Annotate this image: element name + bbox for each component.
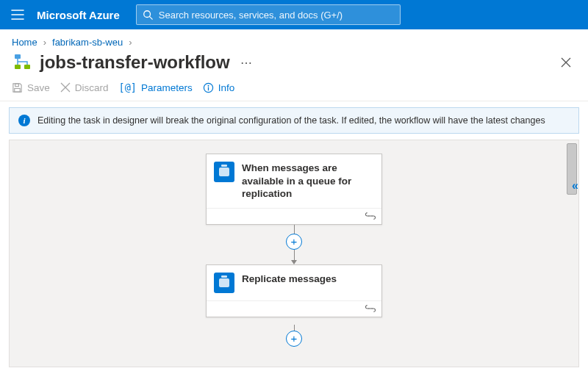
save-icon: [12, 82, 23, 93]
breadcrumb-home[interactable]: Home: [12, 37, 37, 48]
parameters-icon: [@]: [119, 82, 137, 93]
designer-toolbar: Save Discard [@] Parameters Info: [0, 79, 588, 101]
add-step-button[interactable]: +: [286, 331, 302, 347]
close-icon: [561, 57, 571, 68]
banner-message: Editing the task in designer will break …: [37, 115, 545, 126]
link-icon: [365, 305, 376, 312]
svg-rect-3: [24, 65, 30, 69]
info-banner: i Editing the task in designer will brea…: [9, 107, 579, 134]
workflow-trigger-card[interactable]: When messages are available in a queue f…: [206, 154, 382, 225]
chevron-right-icon: ›: [129, 37, 132, 48]
collapse-panel-button[interactable]: «: [569, 176, 578, 195]
card-footer: [207, 300, 381, 317]
service-bus-icon: [214, 162, 234, 182]
chevron-right-icon: ›: [43, 37, 46, 48]
action-title: Replicate messages: [242, 273, 337, 286]
hamburger-menu-button[interactable]: [0, 0, 35, 29]
connector-trailing: +: [286, 325, 302, 347]
page-header: jobs-transfer-workflow ⋯: [0, 48, 588, 79]
link-icon: [365, 212, 376, 220]
info-icon: [203, 82, 214, 93]
page-title: jobs-transfer-workflow: [40, 52, 230, 73]
canvas-inner: When messages are available in a queue f…: [10, 140, 578, 367]
info-label: Info: [218, 82, 235, 93]
svg-rect-1: [15, 54, 21, 59]
more-actions-button[interactable]: ⋯: [240, 56, 253, 70]
info-badge-icon: i: [18, 115, 30, 126]
svg-rect-5: [15, 88, 21, 92]
designer-canvas[interactable]: When messages are available in a queue f…: [9, 140, 579, 367]
vertical-scrollbar[interactable]: [567, 142, 577, 365]
discard-button[interactable]: Discard: [60, 82, 109, 93]
menu-icon: [11, 10, 24, 20]
discard-icon: [60, 82, 71, 93]
discard-label: Discard: [75, 82, 109, 93]
add-step-button[interactable]: +: [286, 234, 302, 250]
svg-rect-8: [208, 87, 209, 90]
save-button[interactable]: Save: [12, 82, 50, 93]
breadcrumb: Home › fabrikam-sb-weu ›: [0, 29, 588, 48]
global-search[interactable]: [136, 4, 401, 25]
breadcrumb-resource[interactable]: fabrikam-sb-weu: [52, 37, 123, 48]
global-search-input[interactable]: [153, 10, 394, 21]
logic-app-icon: [12, 52, 32, 73]
search-icon: [143, 10, 153, 20]
azure-top-bar: Microsoft Azure: [0, 0, 588, 29]
svg-point-7: [207, 84, 209, 86]
save-label: Save: [27, 82, 50, 93]
brand-label: Microsoft Azure: [35, 9, 130, 21]
info-button[interactable]: Info: [203, 82, 235, 93]
parameters-button[interactable]: [@] Parameters: [119, 82, 193, 93]
svg-rect-2: [15, 65, 21, 69]
card-footer: [207, 208, 381, 224]
connector: +: [286, 225, 302, 264]
svg-rect-4: [15, 83, 19, 86]
parameters-label: Parameters: [141, 82, 193, 93]
service-bus-icon: [214, 273, 234, 293]
close-blade-button[interactable]: [556, 52, 576, 73]
workflow-action-card[interactable]: Replicate messages: [206, 264, 382, 317]
trigger-title: When messages are available in a queue f…: [242, 162, 374, 201]
